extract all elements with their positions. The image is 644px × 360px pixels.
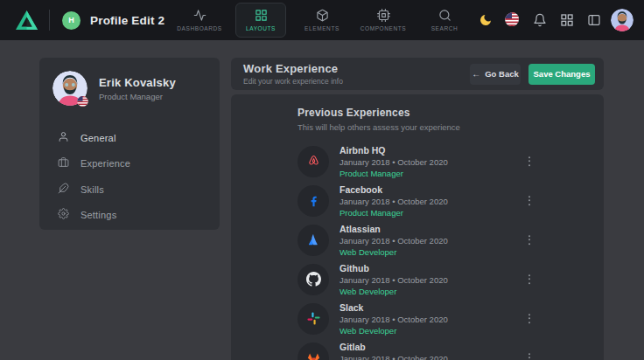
profile-avatar: [52, 71, 88, 106]
experiences-list: Airbnb HQ January 2018 • October 2020 Pr…: [298, 142, 537, 360]
experience-period: January 2018 • October 2020: [340, 354, 448, 360]
sidebar-toggle-icon[interactable]: [584, 10, 605, 31]
row-menu-kebab-icon[interactable]: [525, 153, 534, 170]
page-header-title: Work Experience: [243, 62, 343, 75]
main-nav: DASHBOARDS LAYOUTS ELEMENTS COMPONENTS S…: [174, 0, 470, 40]
left-arrow-icon: ←: [472, 70, 480, 79]
country-flag-icon: [77, 95, 88, 107]
go-back-button[interactable]: ← Go Back: [470, 64, 521, 85]
github-logo-icon: [298, 264, 329, 295]
row-menu-kebab-icon[interactable]: [525, 271, 534, 288]
feather-icon: [58, 182, 69, 197]
header-actions: ← Go Back Save Changes: [470, 64, 595, 85]
page-header-text: Work Experience Edit your work experienc…: [243, 62, 343, 86]
section-subtitle: This will help others assess your experi…: [298, 122, 537, 132]
top-navbar: H Profile Edit 2 DASHBOARDS LAYOUTS ELEM…: [0, 0, 644, 40]
nav-item-layouts[interactable]: LAYOUTS: [235, 3, 286, 38]
page-header-subtitle: Edit your work experience info: [243, 77, 343, 86]
airbnb-logo-icon: [298, 146, 329, 177]
experience-row: Gitlab January 2018 • October 2020 Web D…: [298, 338, 537, 360]
profile-summary: Erik Kovalsky Product Manager: [52, 71, 220, 106]
nav-item-elements[interactable]: ELEMENTS: [297, 3, 347, 38]
page-icon-badge: H: [62, 11, 80, 30]
company-name: Gitlab: [340, 342, 448, 352]
experience-role: Web Developer: [340, 247, 448, 257]
slack-logo-icon: [298, 303, 329, 335]
experience-row: Github January 2018 • October 2020 Web D…: [298, 260, 537, 299]
experience-role: Product Manager: [340, 208, 448, 218]
company-name: Atlassian: [340, 224, 448, 234]
activity-icon: [193, 9, 206, 22]
box-icon: [316, 9, 329, 22]
profile-menu: General Experience Skills Settings: [52, 125, 220, 228]
save-changes-button[interactable]: Save Changes: [528, 64, 595, 85]
company-name: Github: [340, 263, 448, 273]
experience-role: Product Manager: [340, 169, 448, 178]
sidebar-item-experience[interactable]: Experience: [52, 151, 220, 177]
experience-period: January 2018 • October 2020: [340, 275, 448, 285]
experience-role: Web Developer: [340, 326, 448, 336]
row-menu-kebab-icon[interactable]: [525, 192, 534, 210]
section-title: Previous Experiences: [298, 107, 537, 119]
search-icon: [438, 9, 452, 22]
atlassian-logo-icon: [298, 225, 329, 256]
profile-sidebar-card: Erik Kovalsky Product Manager General Ex…: [39, 58, 220, 230]
dark-mode-moon-icon[interactable]: [475, 10, 496, 31]
navbar-brand-group: H Profile Edit 2: [0, 10, 164, 31]
navbar-divider: [49, 10, 50, 31]
experience-row: Facebook January 2018 • October 2020 Pro…: [298, 181, 537, 220]
nav-item-dashboards[interactable]: DASHBOARDS: [174, 3, 225, 38]
user-avatar[interactable]: [611, 9, 634, 31]
page-icon-letter: H: [68, 16, 74, 24]
apps-grid-icon[interactable]: [556, 10, 578, 31]
language-flag-icon[interactable]: [502, 10, 523, 31]
row-menu-kebab-icon[interactable]: [525, 350, 534, 360]
experience-period: January 2018 • October 2020: [340, 197, 448, 206]
work-experience-card: Previous Experiences This will help othe…: [231, 94, 604, 360]
go-back-label: Go Back: [485, 69, 519, 79]
notifications-bell-icon[interactable]: [529, 10, 550, 31]
profile-role: Product Manager: [99, 92, 176, 101]
gitlab-logo-icon: [298, 343, 329, 360]
cpu-icon: [377, 9, 390, 22]
user-icon: [58, 130, 69, 146]
nav-item-search[interactable]: SEARCH: [419, 3, 470, 38]
experience-row: Slack January 2018 • October 2020 Web De…: [298, 299, 537, 338]
experience-row: Airbnb HQ January 2018 • October 2020 Pr…: [298, 142, 537, 181]
page-title: Profile Edit 2: [90, 14, 164, 27]
experience-period: January 2018 • October 2020: [340, 157, 448, 167]
row-menu-kebab-icon[interactable]: [525, 232, 534, 249]
company-name: Facebook: [340, 184, 448, 195]
nav-item-components[interactable]: COMPONENTS: [358, 3, 409, 38]
facebook-logo-icon: [298, 185, 329, 217]
experience-role: Web Developer: [340, 287, 448, 296]
sidebar-item-settings[interactable]: Settings: [52, 203, 220, 229]
gear-icon: [58, 207, 69, 223]
experience-row: Atlassian January 2018 • October 2020 We…: [298, 220, 537, 260]
company-name: Slack: [340, 302, 448, 313]
experience-period: January 2018 • October 2020: [340, 315, 448, 324]
app-logo-icon[interactable]: [15, 10, 38, 31]
sidebar-item-skills[interactable]: Skills: [52, 177, 220, 203]
sidebar-item-general[interactable]: General: [52, 125, 220, 151]
briefcase-icon: [58, 156, 69, 171]
navbar-actions: [475, 0, 634, 40]
profile-name: Erik Kovalsky: [99, 76, 176, 89]
page-header-card: Work Experience Edit your work experienc…: [231, 58, 604, 90]
row-menu-kebab-icon[interactable]: [525, 310, 534, 328]
experience-period: January 2018 • October 2020: [340, 236, 448, 246]
layout-grid-icon: [255, 9, 268, 22]
company-name: Airbnb HQ: [340, 145, 448, 156]
